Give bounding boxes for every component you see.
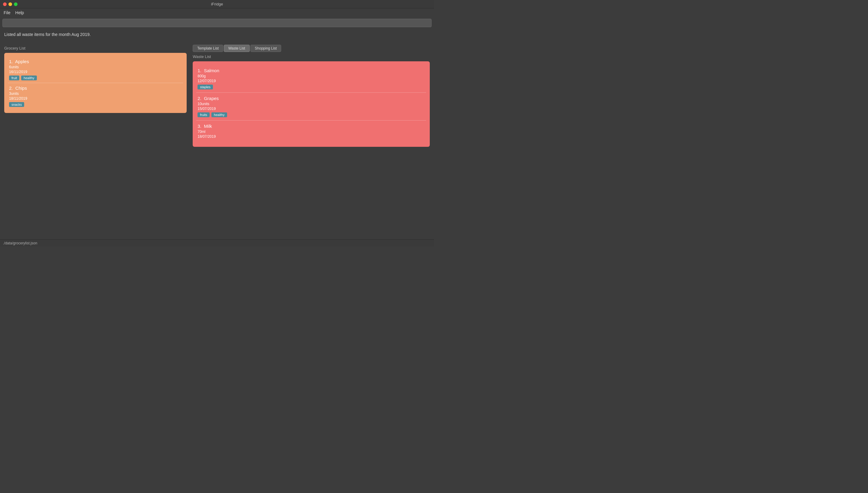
tabs: Template List Waste List Shopping List xyxy=(193,45,430,52)
grocery-item-2-name: 2. Chips xyxy=(9,85,182,91)
grocery-item-1: 1. Apples 6units 16/11/2019 fruit health… xyxy=(8,57,183,83)
grocery-item-1-tags: fruit healthy xyxy=(9,76,182,80)
waste-item-3-quantity: 70ml xyxy=(197,130,425,134)
menu-file[interactable]: File xyxy=(4,10,10,15)
grocery-list-title: Grocery List xyxy=(4,46,187,50)
close-button[interactable] xyxy=(3,2,7,6)
waste-item-3: 3. Milk 70ml 18/07/2019 xyxy=(196,120,426,143)
status-message: Listed all waste items for the month Aug… xyxy=(0,29,434,43)
waste-list-container: 1. Salmon 800g 12/07/2019 staples 2. Gra… xyxy=(193,61,430,147)
search-input[interactable] xyxy=(2,19,432,27)
tab-waste-list[interactable]: Waste List xyxy=(224,45,250,52)
main-content: Grocery List 1. Apples 6units 16/11/2019… xyxy=(0,43,434,239)
menu-bar: File Help xyxy=(0,8,434,17)
waste-item-1-name: 1. Salmon xyxy=(197,68,425,73)
grocery-item-2-date: 18/11/2019 xyxy=(9,97,182,101)
waste-item-1-tags: staples xyxy=(197,85,425,89)
waste-item-1-quantity: 800g xyxy=(197,74,425,78)
waste-list-title: Waste List xyxy=(193,55,430,59)
maximize-button[interactable] xyxy=(14,2,18,6)
file-path: ./data/grocerylist.json xyxy=(3,241,37,245)
waste-item-2: 2. Grapes 10units 15/07/2019 fruits heal… xyxy=(196,92,426,120)
app-title: iFridge xyxy=(211,2,223,6)
grocery-list-container: 1. Apples 6units 16/11/2019 fruit health… xyxy=(4,53,187,113)
grocery-item-2-quantity: 3units xyxy=(9,91,182,96)
right-panel: Template List Waste List Shopping List W… xyxy=(191,43,434,239)
waste-item-2-tags: fruits healthy xyxy=(197,112,425,117)
minimize-button[interactable] xyxy=(8,2,12,6)
waste-item-1-date: 12/07/2019 xyxy=(197,79,425,83)
waste-item-2-date: 15/07/2019 xyxy=(197,107,425,111)
grocery-item-1-name: 1. Apples xyxy=(9,59,182,64)
waste-item-1: 1. Salmon 800g 12/07/2019 staples xyxy=(196,65,426,92)
waste-item-3-name: 3. Milk xyxy=(197,124,425,129)
search-bar-container xyxy=(0,17,434,29)
tab-shopping-list[interactable]: Shopping List xyxy=(251,45,281,52)
traffic-lights xyxy=(3,2,18,6)
grocery-item-1-date: 16/11/2019 xyxy=(9,70,182,74)
tag-fruits: fruits xyxy=(197,112,210,117)
waste-item-2-name: 2. Grapes xyxy=(197,96,425,101)
tag-staples: staples xyxy=(197,85,213,89)
title-bar: iFridge xyxy=(0,0,434,8)
grocery-item-2-tags: snacks xyxy=(9,102,182,107)
bottom-bar: ./data/grocerylist.json xyxy=(0,239,434,246)
grocery-item-2: 2. Chips 3units 18/11/2019 snacks xyxy=(8,83,183,109)
tag-healthy-1: healthy xyxy=(21,76,37,80)
tab-template-list[interactable]: Template List xyxy=(193,45,223,52)
menu-help[interactable]: Help xyxy=(15,10,24,15)
waste-item-2-quantity: 10units xyxy=(197,102,425,106)
grocery-item-1-quantity: 6units xyxy=(9,65,182,69)
tag-fruit: fruit xyxy=(9,76,19,80)
left-panel: Grocery List 1. Apples 6units 16/11/2019… xyxy=(0,43,191,239)
tag-snacks: snacks xyxy=(9,102,24,107)
tag-healthy-2: healthy xyxy=(211,112,227,117)
waste-item-3-date: 18/07/2019 xyxy=(197,134,425,139)
